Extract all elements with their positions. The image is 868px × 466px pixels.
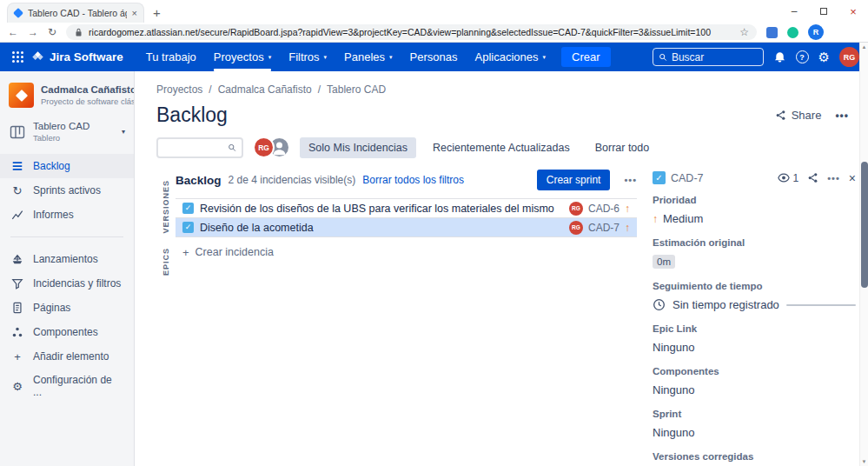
nav-dashboards[interactable]: Paneles▾ xyxy=(335,43,401,71)
project-sidebar: Cadmalca Cañafisto Proyecto de software … xyxy=(0,71,135,466)
new-tab-button[interactable]: + xyxy=(153,6,161,19)
ship-icon xyxy=(10,252,24,266)
user-avatar[interactable]: RG xyxy=(839,47,859,67)
help-icon[interactable]: ? xyxy=(796,50,809,63)
field-epic-link: Epic Link Ninguno xyxy=(653,323,856,354)
task-type-icon: ✓ xyxy=(182,222,194,233)
window-close-button[interactable]: × xyxy=(838,0,868,23)
detail-issue-key[interactable]: CAD-7 xyxy=(671,172,704,184)
board-icon xyxy=(9,123,26,141)
assignee-filter-avatar[interactable]: RG xyxy=(253,136,275,158)
project-header[interactable]: Cadmalca Cañafisto Proyecto de software … xyxy=(0,83,134,108)
components-icon xyxy=(10,325,24,339)
assignee-avatar[interactable]: RG xyxy=(569,221,583,235)
share-icon[interactable] xyxy=(807,172,818,183)
sidebar-item-releases[interactable]: Lanzamientos xyxy=(0,247,134,271)
sidebar-item-add-item[interactable]: + Añadir elemento xyxy=(0,344,134,369)
extension-icon-2[interactable] xyxy=(787,27,798,38)
lock-icon xyxy=(74,27,83,37)
chevron-down-icon: ▾ xyxy=(268,54,272,61)
priority-up-icon: ↑ xyxy=(625,223,630,233)
breadcrumb-projects[interactable]: Proyectos xyxy=(156,83,202,96)
issue-list: ✓ Revisión de los diseños de la UBS para… xyxy=(176,198,637,237)
notifications-bell-icon[interactable] xyxy=(773,50,786,63)
global-search[interactable] xyxy=(653,48,764,66)
browser-profile-avatar[interactable]: R xyxy=(808,24,824,40)
browser-tab[interactable]: Tablero CAD - Tablero ágil - Jira × xyxy=(7,3,144,23)
share-icon xyxy=(775,110,786,121)
url-bar[interactable]: ricardogomez.atlassian.net/secure/RapidB… xyxy=(66,24,757,40)
backlog-more-button[interactable]: ••• xyxy=(624,175,637,185)
search-icon xyxy=(659,52,667,63)
issue-key[interactable]: CAD-7 xyxy=(588,222,620,234)
priority-up-icon: ↑ xyxy=(625,203,630,214)
scrollbar-thumb[interactable] xyxy=(861,162,868,288)
back-icon[interactable]: ← xyxy=(8,27,18,37)
app-switcher-icon[interactable] xyxy=(12,51,23,63)
breadcrumb-board[interactable]: Tablero CAD xyxy=(327,83,386,96)
nav-your-work[interactable]: Tu trabajo xyxy=(137,43,205,71)
scroll-up-arrow[interactable]: ▲ xyxy=(860,44,868,50)
window-maximize-button[interactable] xyxy=(809,0,838,23)
sidebar-item-backlog[interactable]: Backlog xyxy=(0,154,134,178)
forward-icon[interactable]: → xyxy=(28,27,38,37)
epics-rail-tab[interactable]: EPICS xyxy=(162,248,170,276)
global-search-input[interactable] xyxy=(672,51,758,63)
sidebar-divider xyxy=(10,236,123,237)
tab-close-icon[interactable]: × xyxy=(132,9,137,18)
nav-people[interactable]: Personas xyxy=(401,43,467,71)
page-more-button[interactable]: ••• xyxy=(835,110,849,122)
sidebar-item-issues-filters[interactable]: Incidencias y filtros xyxy=(0,271,134,296)
window-minimize-button[interactable]: – xyxy=(779,0,809,23)
sidebar-item-pages[interactable]: Páginas xyxy=(0,296,134,320)
breadcrumb-project[interactable]: Cadmalca Cañafisto xyxy=(218,83,312,96)
detail-close-icon[interactable]: × xyxy=(849,172,856,184)
jira-header: Jira Software Tu trabajo Proyectos▾ Filt… xyxy=(0,43,868,71)
nav-projects[interactable]: Proyectos▾ xyxy=(205,43,280,71)
sidebar-item-components[interactable]: Componentes xyxy=(0,320,134,344)
scroll-down-arrow[interactable]: ▼ xyxy=(860,459,868,464)
sidebar-item-active-sprints[interactable]: ↻ Sprints activos xyxy=(0,178,134,203)
board-type: Tablero xyxy=(33,133,89,143)
quick-filter-recently-updated[interactable]: Recientemente Actualizadas xyxy=(424,137,579,158)
detail-more-button[interactable]: ••• xyxy=(827,173,840,183)
settings-gear-icon[interactable]: ⚙ xyxy=(818,50,830,63)
watchers-button[interactable]: 1 xyxy=(778,172,799,184)
clear-all-filters-button[interactable]: Borrar todo xyxy=(586,137,659,158)
board-name: Tablero CAD xyxy=(33,121,89,131)
bookmark-star-icon[interactable]: ☆ xyxy=(739,26,749,38)
browser-tabstrip: Tablero CAD - Tablero ágil - Jira × + – … xyxy=(0,0,868,23)
clear-all-filters-link[interactable]: Borrar todos los filtros xyxy=(362,174,464,186)
jira-mark-icon xyxy=(31,50,44,63)
jira-logo[interactable]: Jira Software xyxy=(31,50,123,63)
project-avatar xyxy=(9,83,34,108)
nav-apps[interactable]: Aplicaciones▾ xyxy=(467,43,555,71)
task-type-icon: ✓ xyxy=(653,171,666,184)
issue-key[interactable]: CAD-6 xyxy=(588,203,620,215)
create-button[interactable]: Crear xyxy=(561,47,611,67)
versions-rail-tab[interactable]: VERSIONES xyxy=(162,180,170,234)
create-sprint-button[interactable]: Crear sprint xyxy=(537,170,611,190)
breadcrumb: Proyectos/ Cadmalca Cañafisto/ Tablero C… xyxy=(156,83,868,96)
backlog-count: 2 de 4 incidencias visible(s) xyxy=(229,174,356,186)
backlog-search[interactable] xyxy=(156,137,243,158)
sidebar-item-settings[interactable]: ⚙ Configuración de ... xyxy=(0,369,134,403)
tab-title: Tablero CAD - Tablero ágil - Jira xyxy=(28,8,127,18)
quick-filter-only-my-issues[interactable]: Solo Mis Incidencias xyxy=(300,137,416,158)
sidebar-item-reports[interactable]: Informes xyxy=(0,203,134,227)
backlog-search-input[interactable] xyxy=(162,142,228,154)
issue-row-cad-7[interactable]: ✓ Diseño de la acometida RG CAD-7 ↑ xyxy=(176,218,637,237)
project-name: Cadmalca Cañafisto xyxy=(41,84,135,95)
share-button[interactable]: Share xyxy=(775,109,822,122)
board-switcher[interactable]: Tablero CAD Tablero ▾ xyxy=(0,121,134,143)
assignee-avatar[interactable]: RG xyxy=(569,202,583,216)
issue-row-cad-6[interactable]: ✓ Revisión de los diseños de la UBS para… xyxy=(176,199,637,218)
extension-icon-1[interactable] xyxy=(766,27,778,38)
plus-icon: + xyxy=(10,350,24,363)
refresh-icon[interactable]: ↻ xyxy=(48,27,56,37)
gear-icon: ⚙ xyxy=(10,379,24,393)
nav-filters[interactable]: Filtros▾ xyxy=(280,43,335,71)
page-scrollbar[interactable]: ▲ ▼ xyxy=(859,43,868,466)
create-issue-button[interactable]: + Crear incidencia xyxy=(176,246,637,258)
page-title: Backlog xyxy=(156,103,228,127)
